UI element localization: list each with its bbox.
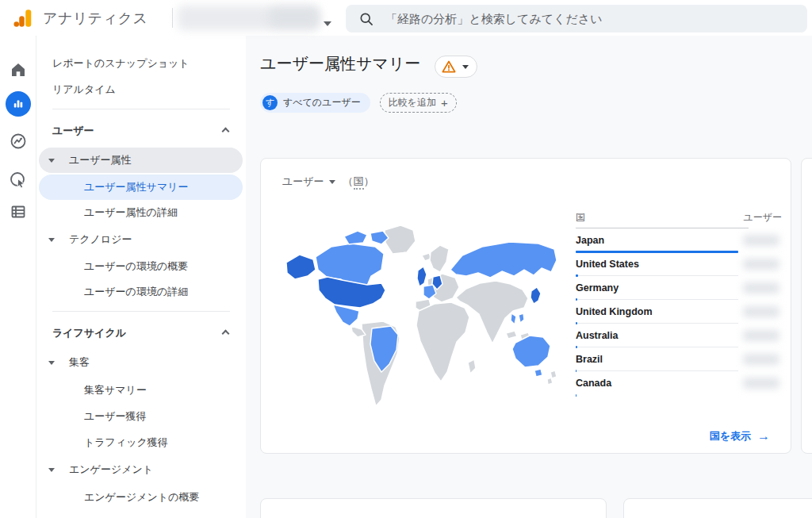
home-icon[interactable] [0, 56, 36, 83]
table-row: Japan [576, 228, 738, 252]
view-countries-link[interactable]: 国を表示 → [710, 429, 770, 443]
arrow-right-icon: → [757, 429, 770, 443]
next-row-card-left-partial [260, 498, 607, 518]
country-name: Canada [576, 378, 611, 389]
sidebar-item-user-acquisition[interactable]: ユーザー獲得 [39, 403, 243, 429]
table-row: Canada [576, 371, 738, 395]
sidebar-item-label: ユーザー属性サマリー [84, 180, 189, 194]
sidebar-item-report-snapshot[interactable]: レポートのスナップショット [36, 50, 246, 76]
country-table: 国 ユーザー Japan United States Germany Unite… [576, 206, 782, 395]
adjacent-card-partial [801, 158, 812, 454]
expand-caret-icon[interactable] [48, 159, 55, 163]
sidebar-item-label: ユーザー属性の詳細 [84, 205, 178, 220]
sidebar-item-demographics-summary[interactable]: ユーザー属性サマリー [39, 175, 243, 200]
country-name: Germany [576, 282, 619, 294]
table-row: Brazil [576, 347, 738, 371]
reports-sidebar: レポートのスナップショット リアルタイム ユーザー ユーザー属性 ユーザー属性サ… [36, 36, 246, 518]
top-app-bar: アナリティクス [0, 0, 812, 36]
sidebar-section-lifecycle[interactable]: ライフサイクル [36, 318, 246, 348]
dimension-label: （国） [343, 175, 374, 189]
sidebar-item-label: レポートのスナップショット [52, 56, 190, 71]
sidebar-item-engagement-overview[interactable]: エンゲージメントの概要 [39, 484, 243, 510]
sidebar-item-tech-details[interactable]: ユーザーの環境の詳細 [39, 279, 243, 305]
page-title: ユーザー属性サマリー [260, 53, 420, 75]
chip-label: 比較を追加 [389, 96, 436, 109]
sidebar-item-demographics-details[interactable]: ユーザー属性の詳細 [39, 200, 243, 225]
expand-caret-icon[interactable] [48, 238, 55, 242]
search-icon [358, 11, 374, 27]
group-label: エンゲージメント [69, 462, 153, 477]
country-name: Australia [576, 330, 619, 341]
account-switcher-caret-icon[interactable] [324, 21, 331, 26]
world-choropleth-map[interactable] [272, 222, 559, 411]
group-label: 集客 [69, 355, 90, 370]
users-by-country-card: ユーザー （国） [260, 158, 791, 454]
metric-value-redacted [743, 235, 779, 246]
advertising-icon[interactable] [0, 167, 36, 194]
global-search[interactable] [346, 5, 807, 33]
metric-value-redacted [743, 259, 779, 270]
comparison-bar: す すべてのユーザー 比較を追加 + [260, 93, 457, 113]
chip-label: すべてのユーザー [283, 96, 361, 109]
divider [172, 8, 173, 28]
metric-value-redacted [743, 378, 779, 389]
sidebar-group-acquisition[interactable]: 集客 [39, 350, 243, 375]
collapse-chevron-icon[interactable] [222, 330, 230, 338]
warning-icon [442, 60, 456, 73]
expand-caret-icon[interactable] [48, 361, 55, 365]
group-label: ユーザー属性 [69, 153, 132, 167]
divider [52, 311, 230, 312]
paren: ） [364, 175, 374, 187]
reports-active-indicator [6, 91, 31, 117]
plus-icon: + [441, 97, 448, 109]
search-input[interactable] [385, 12, 795, 25]
navigation-rail [0, 36, 36, 518]
sidebar-group-technology[interactable]: テクノロジー [39, 227, 243, 252]
link-label: 国を表示 [710, 429, 751, 443]
sidebar-item-label: ユーザーの環境の概要 [84, 259, 188, 274]
sidebar-item-tech-overview[interactable]: ユーザーの環境の概要 [39, 254, 243, 279]
sidebar-item-label: リアルタイム [52, 82, 116, 97]
sidebar-group-demographics[interactable]: ユーザー属性 [39, 148, 243, 173]
metric-value-redacted [743, 306, 779, 317]
reports-icon[interactable] [0, 90, 36, 117]
sidebar-item-label: ユーザー獲得 [84, 409, 147, 424]
metric-label: ユーザー [282, 175, 324, 189]
metric-value-redacted [743, 330, 779, 341]
dimension-selector-dropdown[interactable]: ユーザー （国） [282, 175, 374, 189]
sidebar-item-label: トラフィック獲得 [84, 436, 168, 450]
column-header-country: 国 [576, 211, 585, 224]
explore-icon[interactable] [0, 128, 36, 155]
sidebar-item-label: ユーザーの環境の詳細 [84, 285, 188, 299]
divider [52, 109, 230, 109]
table-row: Germany [576, 276, 738, 300]
sidebar-group-engagement[interactable]: エンゲージメント [39, 457, 243, 482]
column-header-users: ユーザー [743, 211, 782, 224]
country-name: United Kingdom [576, 306, 653, 317]
value-bar [576, 394, 576, 397]
account-name-redacted-2 [270, 8, 319, 27]
country-name: Japan [576, 235, 604, 246]
main-content: ユーザー属性サマリー す すべてのユーザー 比較を追加 + ユーザー （国） [246, 36, 812, 518]
sidebar-item-label: 集客サマリー [84, 383, 147, 397]
table-row: United States [576, 252, 738, 276]
next-row-card-right-partial [623, 498, 812, 518]
add-comparison-button[interactable]: 比較を追加 + [380, 93, 457, 113]
expand-caret-icon[interactable] [48, 468, 55, 472]
data-quality-dropdown[interactable] [435, 56, 477, 78]
dimension-token[interactable]: 国 [354, 175, 364, 190]
sidebar-item-label: エンゲージメントの概要 [84, 490, 199, 505]
sidebar-item-acquisition-summary[interactable]: 集客サマリー [39, 377, 243, 403]
sidebar-item-realtime[interactable]: リアルタイム [36, 76, 246, 102]
paren: （ [343, 175, 354, 187]
all-users-chip[interactable]: す すべてのユーザー [260, 93, 370, 113]
library-icon[interactable] [0, 198, 36, 225]
sidebar-item-traffic-acquisition[interactable]: トラフィック獲得 [39, 429, 243, 455]
metric-value-redacted [743, 354, 779, 365]
collapse-chevron-icon[interactable] [222, 128, 230, 136]
table-header: 国 ユーザー [576, 206, 782, 228]
sidebar-section-user[interactable]: ユーザー [36, 116, 246, 146]
section-title: ライフサイクル [52, 326, 126, 340]
sidebar-item-events[interactable]: イベント [39, 510, 243, 518]
app-title: アナリティクス [43, 9, 147, 28]
